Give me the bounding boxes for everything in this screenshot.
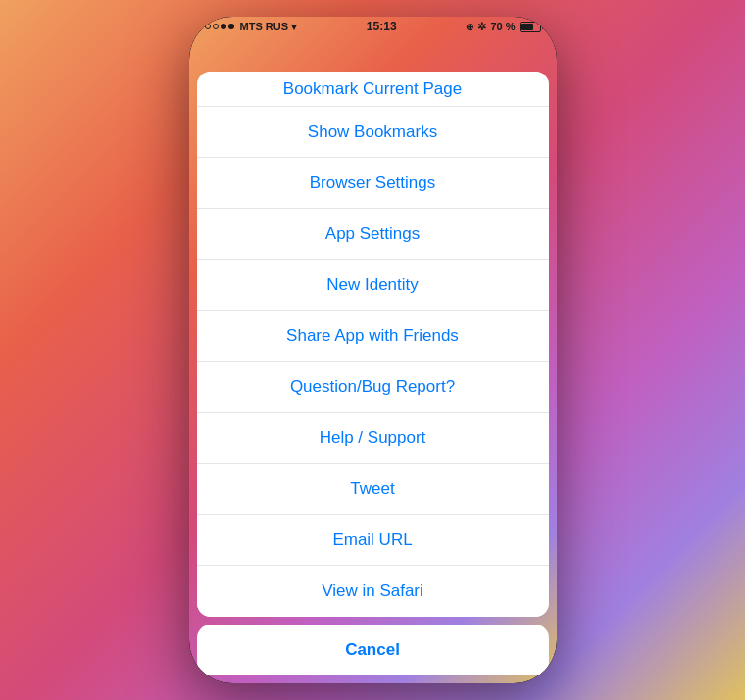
battery-fill bbox=[522, 24, 534, 30]
cancel-button[interactable]: Cancel bbox=[197, 625, 549, 675]
signal-dot-1 bbox=[205, 24, 211, 29]
menu-item-share-app[interactable]: Share App with Friends bbox=[197, 311, 549, 362]
tweet-text: Tweet bbox=[350, 479, 394, 499]
wifi-icon: ▾ bbox=[291, 21, 297, 33]
bluetooth-icon: ✲ bbox=[477, 21, 486, 33]
menu-item-browser-settings[interactable]: Browser Settings bbox=[197, 158, 549, 209]
help-support-text: Help / Support bbox=[320, 428, 426, 448]
show-bookmarks-text: Show Bookmarks bbox=[308, 123, 437, 142]
cancel-sheet: Cancel bbox=[197, 625, 549, 675]
time-display: 15:13 bbox=[367, 20, 397, 33]
carrier-label: MTS RUS bbox=[240, 21, 289, 32]
content-area: Bookmark Current Page Show Bookmarks Bro… bbox=[189, 36, 557, 683]
email-url-text: Email URL bbox=[332, 530, 412, 550]
location-icon: ⊕ bbox=[466, 22, 473, 32]
menu-item-new-identity[interactable]: New Identity bbox=[197, 260, 549, 311]
signal-dot-2 bbox=[213, 24, 219, 29]
menu-item-help-support[interactable]: Help / Support bbox=[197, 413, 549, 464]
cancel-button-text: Cancel bbox=[345, 640, 400, 660]
bug-report-text: Question/Bug Report? bbox=[290, 377, 455, 397]
signal-dot-4 bbox=[228, 24, 234, 29]
screen: MTS RUS ▾ 15:13 ⊕ ✲ 70 % Bookmark Curren… bbox=[189, 17, 557, 683]
status-right: ⊕ ✲ 70 % bbox=[466, 21, 540, 33]
battery-icon bbox=[520, 22, 541, 32]
view-safari-text: View in Safari bbox=[322, 581, 423, 601]
menu-item-tweet[interactable]: Tweet bbox=[197, 464, 549, 515]
menu-sheet: Bookmark Current Page Show Bookmarks Bro… bbox=[197, 72, 549, 617]
menu-item-view-safari[interactable]: View in Safari bbox=[197, 566, 549, 617]
status-bar: MTS RUS ▾ 15:13 ⊕ ✲ 70 % bbox=[189, 17, 557, 36]
menu-item-show-bookmarks[interactable]: Show Bookmarks bbox=[197, 107, 549, 158]
signal-dots bbox=[205, 24, 234, 29]
app-settings-text: App Settings bbox=[325, 225, 420, 244]
browser-settings-text: Browser Settings bbox=[310, 174, 436, 193]
signal-dot-3 bbox=[221, 24, 226, 29]
menu-item-text: Bookmark Current Page bbox=[283, 79, 462, 99]
menu-item-app-settings[interactable]: App Settings bbox=[197, 209, 549, 260]
status-left: MTS RUS ▾ bbox=[205, 21, 298, 33]
phone-frame: MTS RUS ▾ 15:13 ⊕ ✲ 70 % Bookmark Curren… bbox=[189, 17, 557, 683]
menu-item-bug-report[interactable]: Question/Bug Report? bbox=[197, 362, 549, 413]
new-identity-text: New Identity bbox=[326, 275, 419, 295]
menu-item-bookmark-partial[interactable]: Bookmark Current Page bbox=[197, 72, 549, 107]
menu-item-email-url[interactable]: Email URL bbox=[197, 515, 549, 566]
battery-percent: 70 % bbox=[490, 21, 515, 32]
share-app-text: Share App with Friends bbox=[286, 326, 459, 346]
